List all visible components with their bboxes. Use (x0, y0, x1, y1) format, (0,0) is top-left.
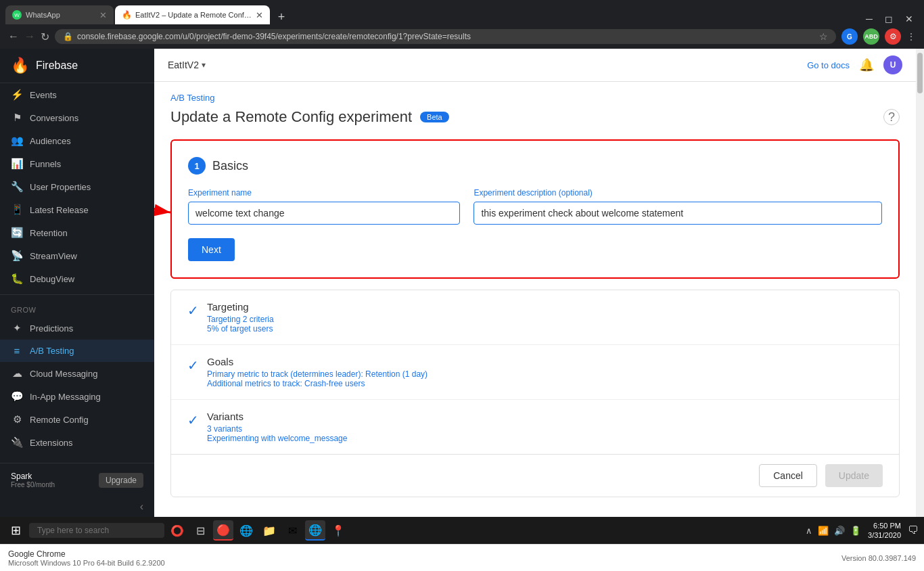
sidebar-item-predictions[interactable]: ✦ Predictions (0, 317, 154, 340)
taskbar-icon-chrome[interactable]: 🌐 (305, 520, 325, 541)
sidebar-item-streamview[interactable]: 📡 StreamView (0, 244, 154, 267)
sidebar-item-conversions[interactable]: ⚑ Conversions (0, 106, 154, 129)
sidebar: 🔥 Firebase ⚡ Events ⚑ Conversions 👥 Audi… (0, 49, 154, 517)
goals-check-icon: ✓ (187, 357, 199, 373)
taskbar-clock[interactable]: 6:50 PM 3/31/2020 (868, 521, 901, 541)
breadcrumb[interactable]: A/B Testing (170, 93, 900, 103)
sidebar-item-ab-testing[interactable]: ≡ A/B Testing (0, 340, 154, 362)
taskbar-icon-app1[interactable]: 🔴 (213, 520, 233, 541)
streamview-icon: 📡 (11, 250, 23, 262)
variants-title: Variants (207, 411, 347, 422)
experiment-name-input[interactable] (188, 202, 460, 225)
nav-forward[interactable]: → (24, 30, 35, 43)
sidebar-item-extensions[interactable]: 🔌 Extensions (0, 431, 154, 454)
new-tab-button[interactable]: + (271, 10, 292, 24)
start-button[interactable]: ⊞ (5, 520, 26, 541)
tab-firebase[interactable]: 🔥 EatItV2 – Update a Remote Conf… ✕ (115, 5, 270, 24)
sidebar-item-funnels[interactable]: 📊 Funnels (0, 152, 154, 175)
help-icon[interactable]: ? (883, 109, 900, 125)
taskbar-search-input[interactable] (29, 523, 164, 538)
scrollbar-track[interactable] (916, 49, 924, 517)
spark-plan-info: Spark Free $0/month (11, 472, 55, 488)
scrollbar-thumb[interactable] (917, 53, 923, 93)
page-title-row: Update a Remote Config experiment Beta ? (170, 108, 900, 126)
taskbar-icon-ie[interactable]: 🌐 (236, 520, 256, 541)
sidebar-item-events[interactable]: ⚡ Events (0, 83, 154, 106)
sidebar-item-retention[interactable]: 🔄 Retention (0, 221, 154, 244)
window-minimize[interactable]: ─ (860, 14, 878, 24)
sidebar-item-in-app-messaging[interactable]: 💬 In-App Messaging (0, 385, 154, 408)
taskbar-icon-explorer[interactable]: 📁 (259, 520, 279, 541)
variants-check-icon: ✓ (187, 412, 199, 428)
tab-bar: W WhatsApp ✕ 🔥 EatItV2 – Update a Remote… (0, 0, 924, 24)
experiment-desc-input[interactable] (473, 202, 882, 225)
status-bar: Google Chrome Microsoft Windows 10 Pro 6… (0, 544, 924, 571)
sidebar-item-latest-release[interactable]: 📱 Latest Release (0, 198, 154, 221)
go-to-docs-link[interactable]: Go to docs (807, 60, 850, 70)
upgrade-button[interactable]: Upgrade (99, 473, 143, 488)
taskbar-icon-task-view[interactable]: ⊟ (190, 520, 210, 541)
lock-icon: 🔒 (63, 32, 73, 41)
sidebar-item-user-properties[interactable]: 🔧 User Properties (0, 175, 154, 198)
user-avatar[interactable]: U (883, 55, 902, 74)
url-bar[interactable]: 🔒 console.firebase.google.com/u/0/projec… (55, 29, 836, 44)
sidebar-collapse-button[interactable]: ‹ (0, 497, 154, 517)
content-area: EatItV2 ▾ Go to docs 🔔 U A/B Testing Upd… (154, 49, 916, 517)
project-name: EatItV2 (168, 60, 199, 70)
taskbar-volume-icon[interactable]: 🔊 (834, 526, 845, 536)
taskbar-icon-mail[interactable]: ✉ (282, 520, 302, 541)
notification-icon[interactable]: 🔔 (859, 58, 874, 72)
extension-3[interactable]: ⚙ (885, 28, 901, 45)
sidebar-item-remote-config[interactable]: ⚙ Remote Config (0, 408, 154, 431)
taskbar-notifications-icon[interactable]: 🗨 (908, 524, 919, 536)
sidebar-item-audiences[interactable]: 👥 Audiences (0, 129, 154, 152)
user-properties-icon: 🔧 (11, 181, 23, 193)
goals-detail1: Primary metric to track (determines lead… (207, 369, 428, 379)
tab-whatsapp[interactable]: W WhatsApp ✕ (5, 5, 114, 24)
star-icon[interactable]: ☆ (819, 31, 828, 42)
taskbar-date: 3/31/2020 (868, 530, 901, 540)
goals-section: ✓ Goals Primary metric to track (determi… (171, 345, 899, 400)
extension-2[interactable]: ABD (863, 28, 879, 45)
address-bar: ← → ↻ 🔒 console.firebase.google.com/u/0/… (0, 24, 924, 49)
remote-config-icon: ⚙ (11, 413, 23, 426)
sidebar-item-cloud-messaging[interactable]: ☁ Cloud Messaging (0, 362, 154, 385)
project-selector[interactable]: EatItV2 ▾ (168, 60, 206, 70)
goals-detail2: Additional metrics to track: Crash-free … (207, 379, 428, 388)
targeting-section: ✓ Targeting Targeting 2 criteria 5% of t… (171, 290, 899, 345)
cloud-messaging-icon: ☁ (11, 367, 23, 380)
cancel-button[interactable]: Cancel (759, 464, 817, 487)
chrome-menu-icon[interactable]: ⋮ (906, 31, 916, 42)
window-maximize[interactable]: ◻ (879, 14, 898, 24)
card-footer: Cancel Update (171, 454, 899, 497)
nav-refresh[interactable]: ↻ (41, 30, 49, 43)
taskbar-network-icon[interactable]: 📶 (818, 526, 829, 536)
url-text[interactable]: console.firebase.google.com/u/0/project/… (77, 32, 815, 41)
next-button[interactable]: Next (188, 238, 235, 261)
tab-firebase-close[interactable]: ✕ (256, 10, 263, 20)
sidebar-item-debugview[interactable]: 🐛 DebugView (0, 267, 154, 290)
beta-badge: Beta (420, 112, 449, 122)
content-header: EatItV2 ▾ Go to docs 🔔 U (154, 49, 916, 82)
extension-1[interactable]: G (841, 28, 858, 45)
taskbar-icon-cortana[interactable]: ⭕ (167, 520, 187, 541)
experiment-name-label: Experiment name (188, 188, 460, 198)
variants-section: ✓ Variants 3 variants Experimenting with… (171, 400, 899, 454)
variants-detail1: 3 variants (207, 424, 347, 434)
header-actions: Go to docs 🔔 U (807, 55, 902, 74)
firebase-favicon: 🔥 (122, 10, 131, 20)
firebase-logo-icon: 🔥 (11, 57, 29, 74)
experiment-desc-label: Experiment description (optional) (473, 188, 882, 198)
sidebar-footer: Spark Free $0/month Upgrade (0, 463, 154, 497)
nav-back[interactable]: ← (8, 30, 19, 43)
tab-whatsapp-close[interactable]: ✕ (99, 10, 107, 20)
taskbar-up-arrow[interactable]: ∧ (806, 526, 812, 536)
basics-card: 1 Basics Experiment name Experiment desc… (170, 139, 900, 279)
tab-whatsapp-title: WhatsApp (26, 11, 95, 19)
window-close[interactable]: ✕ (900, 14, 919, 24)
taskbar-battery-icon[interactable]: 🔋 (850, 526, 861, 536)
taskbar-icon-maps[interactable]: 📍 (328, 520, 348, 541)
tab-firebase-title: EatItV2 – Update a Remote Conf… (135, 11, 252, 19)
section-number: 1 (188, 157, 206, 175)
goals-title: Goals (207, 356, 428, 367)
